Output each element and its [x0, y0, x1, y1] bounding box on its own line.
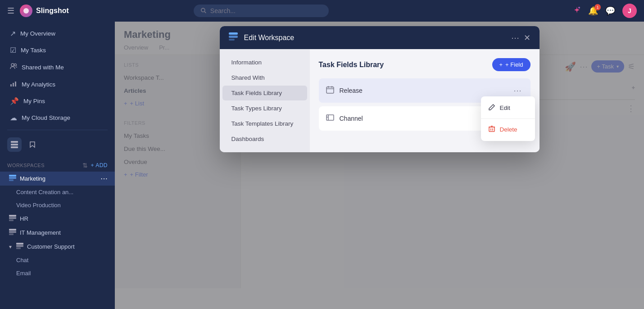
modal-overlay[interactable]: Edit Workspace ⋯ ✕ Information Shared Wi…	[115, 22, 644, 309]
sub-item-label: Chat	[16, 257, 28, 264]
modal-nav-task-types[interactable]: Task Types Library	[222, 101, 307, 116]
svg-rect-13	[9, 177, 16, 179]
sub-item-email[interactable]: Email ⋯	[0, 267, 115, 280]
svg-rect-20	[9, 233, 14, 235]
add-workspace-btn[interactable]: + Add	[91, 162, 108, 168]
sidebar-item-my-cloud-storage[interactable]: ☁ My Cloud Storage	[3, 110, 112, 126]
search-input[interactable]	[210, 7, 322, 14]
sidebar-item-label: My Pins	[23, 98, 45, 105]
svg-rect-19	[9, 231, 16, 233]
search-icon	[201, 8, 207, 14]
pins-icon: 📌	[10, 97, 19, 105]
svg-rect-10	[11, 144, 18, 145]
edit-workspace-modal: Edit Workspace ⋯ ✕ Information Shared Wi…	[220, 26, 540, 152]
sidebar-item-my-analytics[interactable]: My Analytics	[3, 76, 112, 92]
context-menu-edit[interactable]: Edit	[481, 99, 535, 117]
workspace-bookmark-tab[interactable]	[25, 137, 40, 152]
context-menu-delete[interactable]: Delete	[481, 121, 535, 138]
workspace-label-cs: Customer Support	[27, 243, 75, 250]
sidebar-item-shared-with-me[interactable]: Shared with Me	[3, 59, 112, 75]
modal-nav-dashboards[interactable]: Dashboards	[222, 132, 307, 146]
plus-icon: +	[499, 61, 503, 68]
calendar-icon	[326, 86, 334, 96]
sidebar-item-label: My Overview	[20, 30, 55, 37]
svg-rect-6	[10, 84, 12, 86]
context-menu: Edit Delete	[481, 96, 535, 141]
modal-content-title: Task Fields Library	[319, 61, 384, 69]
workspace-item-marketing[interactable]: Marketing ⋯	[0, 172, 115, 186]
channel-icon	[326, 114, 334, 124]
modal-nav-task-templates[interactable]: Task Templates Library	[222, 116, 307, 131]
svg-rect-28	[229, 36, 238, 38]
sub-item-chat[interactable]: Chat ⋯	[0, 254, 115, 267]
workspace-icon-cs	[16, 243, 23, 250]
sidebar: ↗ My Overview ☑ My Tasks Shared with Me …	[0, 22, 115, 309]
svg-rect-14	[9, 179, 14, 181]
add-field-btn[interactable]: + + Field	[492, 58, 531, 71]
sub-item-label: Email	[16, 270, 31, 277]
sidebar-item-my-pins[interactable]: 📌 My Pins	[3, 93, 112, 109]
svg-rect-21	[16, 243, 23, 245]
svg-point-0	[23, 8, 29, 14]
modal-content-header: Task Fields Library + + Field	[319, 58, 531, 71]
modal-more-icon[interactable]: ⋯	[511, 33, 519, 43]
svg-rect-17	[9, 219, 14, 221]
menu-icon[interactable]: ☰	[7, 6, 14, 16]
workspace-icon-marketing	[9, 175, 16, 182]
sub-item-video-production[interactable]: Video Production ⋯	[0, 199, 115, 212]
workspace-more-marketing[interactable]: ⋯	[100, 174, 108, 183]
svg-point-5	[14, 64, 17, 66]
app-logo: Slingshot	[20, 5, 69, 17]
avatar[interactable]: J	[622, 4, 637, 18]
svg-rect-18	[9, 229, 16, 231]
field-more-release[interactable]: ⋯	[512, 84, 523, 97]
sidebar-item-my-overview[interactable]: ↗ My Overview	[3, 26, 112, 41]
modal-nav-task-fields[interactable]: Task Fields Library	[222, 86, 307, 100]
field-row-release: Release ⋯ Edit	[319, 78, 531, 103]
workspaces-actions: ⇅ + Add	[82, 162, 108, 169]
svg-rect-39	[327, 115, 334, 120]
shared-icon	[10, 63, 17, 72]
sidebar-item-my-tasks[interactable]: ☑ My Tasks	[3, 42, 112, 58]
workspace-layers-tab[interactable]	[7, 137, 22, 152]
modal-nav-information[interactable]: Information	[222, 55, 307, 70]
workspace-item-it-management[interactable]: IT Management ⋯	[0, 226, 115, 240]
sidebar-item-label: My Analytics	[22, 81, 55, 88]
workspace-item-customer-support[interactable]: ▾ Customer Support ⋯	[0, 240, 115, 254]
svg-point-3	[578, 7, 580, 9]
workspace-label-it: IT Management	[20, 229, 61, 236]
sort-icon[interactable]: ⇅	[82, 162, 88, 169]
svg-rect-11	[11, 146, 18, 148]
svg-rect-7	[13, 83, 14, 86]
trash-icon	[488, 125, 495, 134]
svg-rect-27	[229, 32, 238, 35]
workspace-label-marketing: Marketing	[20, 175, 45, 182]
modal-header-actions: ⋯ ✕	[511, 33, 531, 43]
field-label-release: Release	[340, 87, 506, 94]
sidebar-item-label: My Tasks	[21, 47, 46, 54]
svg-rect-29	[229, 39, 235, 41]
workspace-item-hr[interactable]: HR ⋯	[0, 212, 115, 226]
expand-icon: ▾	[9, 244, 12, 250]
delete-label: Delete	[500, 126, 517, 133]
svg-rect-23	[16, 247, 21, 249]
topbar: ☰ Slingshot 🔔 1 💬 J	[0, 0, 644, 22]
svg-rect-16	[9, 217, 16, 219]
workspaces-label: Workspaces	[7, 163, 45, 168]
svg-rect-30	[327, 87, 334, 93]
modal-main-content: Task Fields Library + + Field Release	[310, 49, 540, 152]
messages-icon[interactable]: 💬	[605, 6, 615, 16]
overview-icon: ↗	[10, 29, 16, 38]
context-menu-divider	[481, 118, 535, 119]
modal-nav-shared-with[interactable]: Shared With	[222, 70, 307, 85]
sub-item-label: Video Production	[16, 202, 61, 209]
svg-rect-34	[489, 127, 494, 132]
sub-item-content-creation[interactable]: Content Creation an... ⋯	[0, 186, 115, 199]
notifications-icon[interactable]: 🔔 1	[588, 6, 598, 16]
modal-header: Edit Workspace ⋯ ✕	[220, 26, 540, 49]
analytics-icon	[10, 80, 17, 89]
search-bar[interactable]	[194, 5, 329, 17]
modal-close-icon[interactable]: ✕	[524, 33, 531, 43]
main-layout: ↗ My Overview ☑ My Tasks Shared with Me …	[0, 22, 644, 309]
sparkle-icon[interactable]	[573, 6, 581, 16]
